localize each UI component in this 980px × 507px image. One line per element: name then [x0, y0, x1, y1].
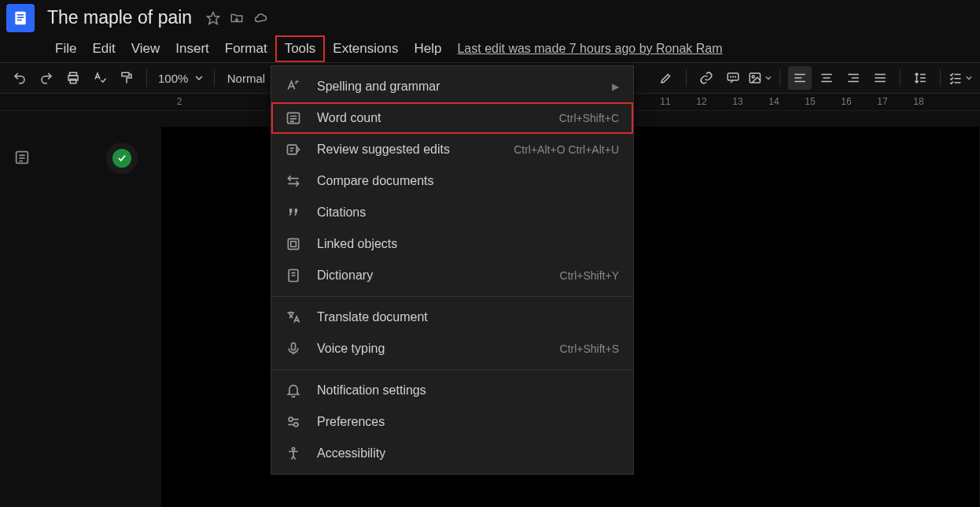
- menu-shortcut: Ctrl+Shift+C: [559, 112, 619, 124]
- menu-edit[interactable]: Edit: [84, 36, 123, 61]
- checklist-icon[interactable]: [949, 66, 972, 90]
- undo-icon[interactable]: [8, 66, 31, 90]
- menu-label: Citations: [317, 205, 619, 220]
- cloud-icon[interactable]: [253, 11, 267, 25]
- line-spacing-icon[interactable]: [908, 66, 932, 90]
- dictionary-icon: [286, 268, 304, 283]
- menu-label: Spelling and grammar: [317, 80, 606, 94]
- svg-rect-1: [17, 14, 24, 16]
- menu-voice-typing[interactable]: Voice typing Ctrl+Shift+S: [271, 333, 633, 365]
- menu-translate[interactable]: Translate document: [271, 302, 633, 333]
- review-icon: [286, 142, 304, 157]
- spellcheck-icon[interactable]: [88, 66, 112, 90]
- menu-bar: File Edit View Insert Format Tools Exten…: [0, 35, 980, 62]
- menu-label: Linked objects: [317, 237, 619, 251]
- citations-icon: [286, 205, 304, 220]
- menu-dictionary[interactable]: Dictionary Ctrl+Shift+Y: [271, 260, 633, 291]
- menu-help[interactable]: Help: [406, 36, 449, 61]
- menu-notification-settings[interactable]: Notification settings: [271, 375, 633, 406]
- highlight-icon[interactable]: [654, 66, 678, 90]
- bell-icon: [286, 383, 304, 398]
- svg-point-21: [292, 448, 294, 450]
- menu-label: Dictionary: [317, 268, 560, 283]
- mic-icon: [286, 341, 304, 357]
- menu-accessibility[interactable]: Accessibility: [271, 438, 633, 469]
- toolbar-separator: [686, 69, 687, 87]
- menu-tools[interactable]: Tools: [275, 35, 326, 62]
- ruler-tick: 15: [805, 96, 815, 107]
- svg-marker-4: [208, 12, 219, 24]
- docs-logo[interactable]: [6, 4, 35, 32]
- menu-label: Review suggested edits: [317, 142, 514, 157]
- outline-icon[interactable]: [13, 149, 31, 166]
- svg-rect-16: [291, 242, 297, 247]
- menu-extensions[interactable]: Extensions: [325, 36, 406, 61]
- menu-linked-objects[interactable]: Linked objects: [271, 228, 633, 260]
- align-center-icon[interactable]: [815, 66, 838, 90]
- doc-title[interactable]: The maple of pain: [47, 7, 192, 28]
- svg-rect-15: [288, 239, 298, 249]
- menu-label: Accessibility: [317, 446, 619, 461]
- link-icon[interactable]: [694, 66, 718, 90]
- tools-dropdown: Spelling and grammar ▶ Word count Ctrl+S…: [271, 65, 634, 475]
- ruler-tick: 17: [877, 96, 887, 107]
- spellcheck-done-badge[interactable]: [106, 142, 138, 174]
- menu-citations[interactable]: Citations: [271, 197, 633, 228]
- comment-icon[interactable]: [721, 66, 745, 90]
- menu-label: Preferences: [317, 415, 619, 429]
- compare-icon: [286, 173, 304, 189]
- ruler-tick: 16: [841, 96, 851, 107]
- menu-label: Notification settings: [317, 383, 619, 398]
- print-icon[interactable]: [61, 66, 85, 90]
- ruler-tick: 2: [177, 96, 182, 107]
- svg-rect-8: [122, 72, 129, 76]
- linked-objects-icon: [286, 236, 304, 252]
- align-justify-icon[interactable]: [868, 66, 892, 90]
- menu-file[interactable]: File: [47, 36, 84, 61]
- spellcheck-a-icon: [286, 79, 304, 94]
- menu-view[interactable]: View: [123, 36, 168, 61]
- menu-shortcut: Ctrl+Shift+Y: [560, 269, 619, 282]
- preferences-icon: [286, 414, 304, 430]
- menu-word-count[interactable]: Word count Ctrl+Shift+C: [271, 102, 633, 134]
- ruler-tick: 14: [768, 96, 779, 107]
- svg-rect-14: [288, 145, 297, 154]
- last-edit-link[interactable]: Last edit was made 7 hours ago by Ronak …: [457, 42, 722, 56]
- align-left-icon[interactable]: [788, 66, 812, 90]
- menu-label: Translate document: [317, 310, 619, 324]
- title-row: The maple of pain: [0, 0, 980, 35]
- svg-point-20: [294, 423, 298, 427]
- menu-compare-documents[interactable]: Compare documents: [271, 165, 633, 197]
- menu-label: Compare documents: [317, 174, 619, 188]
- svg-rect-18: [292, 343, 296, 350]
- ruler-tick: 12: [696, 96, 706, 107]
- menu-preferences[interactable]: Preferences: [271, 406, 633, 438]
- star-icon[interactable]: [206, 11, 220, 25]
- translate-icon: [286, 309, 304, 325]
- toolbar-separator: [146, 69, 147, 87]
- svg-point-11: [752, 76, 754, 78]
- paragraph-style-selector[interactable]: Normal: [221, 72, 271, 85]
- align-right-icon[interactable]: [842, 66, 865, 90]
- menu-review-suggested[interactable]: Review suggested edits Ctrl+Alt+O Ctrl+A…: [271, 134, 633, 165]
- toolbar-separator: [214, 69, 215, 87]
- ruler-tick: 18: [913, 96, 923, 107]
- image-icon[interactable]: [748, 66, 772, 90]
- redo-icon[interactable]: [35, 66, 58, 90]
- menu-label: Voice typing: [317, 342, 560, 356]
- accessibility-icon: [286, 446, 304, 461]
- toolbar-separator: [900, 69, 901, 87]
- menu-spelling-grammar[interactable]: Spelling and grammar ▶: [271, 71, 633, 102]
- ruler-tick: 13: [732, 96, 742, 107]
- ruler-tick: 11: [660, 96, 670, 107]
- menu-separator: [271, 296, 633, 297]
- menu-shortcut: Ctrl+Shift+S: [560, 342, 619, 355]
- word-count-icon: [286, 110, 304, 126]
- paint-format-icon[interactable]: [115, 66, 138, 90]
- svg-rect-3: [17, 19, 22, 20]
- move-folder-icon[interactable]: [230, 11, 244, 25]
- menu-insert[interactable]: Insert: [168, 36, 217, 61]
- menu-format[interactable]: Format: [217, 36, 275, 61]
- submenu-arrow-icon: ▶: [612, 81, 619, 92]
- zoom-selector[interactable]: 100%: [153, 72, 208, 85]
